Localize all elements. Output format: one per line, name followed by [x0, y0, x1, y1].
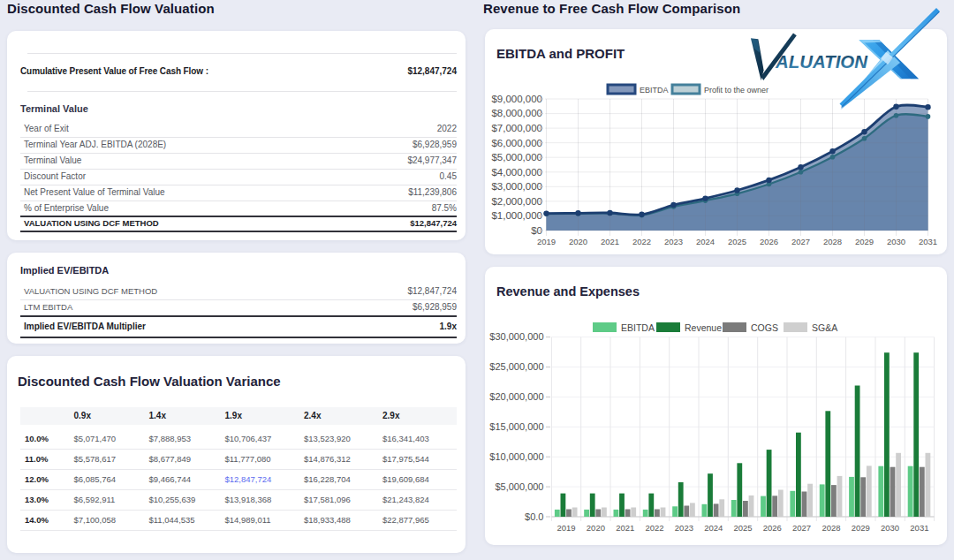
svg-text:$9,000,000: $9,000,000	[491, 94, 542, 104]
svg-text:2025: 2025	[728, 237, 746, 246]
svg-text:2023: 2023	[675, 523, 693, 533]
svg-text:EBITDA: EBITDA	[621, 322, 655, 333]
svg-text:$0.0: $0.0	[525, 511, 543, 522]
svg-text:2028: 2028	[823, 237, 842, 246]
svg-text:2021: 2021	[601, 237, 619, 246]
svg-text:2024: 2024	[696, 237, 715, 246]
svg-text:2029: 2029	[852, 523, 870, 533]
svg-text:$1,000,000: $1,000,000	[491, 210, 542, 221]
svg-text:2027: 2027	[792, 523, 811, 533]
svg-text:2020: 2020	[587, 523, 605, 533]
svg-text:2031: 2031	[919, 237, 937, 246]
svg-text:2019: 2019	[557, 523, 576, 533]
svg-text:2031: 2031	[910, 523, 928, 533]
svg-text:2030: 2030	[887, 237, 905, 246]
svg-text:$4,000,000: $4,000,000	[491, 167, 542, 178]
svg-text:$3,000,000: $3,000,000	[491, 181, 542, 192]
svg-text:2030: 2030	[881, 523, 899, 533]
svg-text:ALUATION: ALUATION	[775, 51, 868, 72]
svg-text:$10,000,000: $10,000,000	[489, 451, 543, 462]
svg-text:COGS: COGS	[751, 322, 778, 333]
svg-text:$2,000,000: $2,000,000	[491, 196, 542, 207]
svg-text:$5,000,000: $5,000,000	[491, 152, 542, 163]
svg-text:2023: 2023	[664, 237, 683, 246]
svg-text:2026: 2026	[760, 237, 778, 246]
svg-text:Revenue: Revenue	[685, 322, 722, 333]
svg-text:2022: 2022	[645, 523, 663, 533]
svg-text:2020: 2020	[569, 237, 587, 246]
svg-text:$30,000,000: $30,000,000	[489, 331, 543, 342]
svg-text:2027: 2027	[791, 237, 810, 246]
svg-text:SG&A: SG&A	[812, 322, 837, 333]
svg-text:$7,000,000: $7,000,000	[491, 123, 542, 133]
svg-text:2024: 2024	[704, 523, 723, 533]
svg-text:2029: 2029	[855, 237, 874, 246]
svg-text:EBITDA: EBITDA	[640, 86, 669, 95]
svg-text:2025: 2025	[733, 523, 752, 533]
svg-text:$8,000,000: $8,000,000	[491, 108, 542, 118]
svg-text:2019: 2019	[537, 237, 556, 246]
svg-text:2022: 2022	[632, 237, 651, 246]
svg-text:$20,000,000: $20,000,000	[489, 391, 543, 402]
svg-text:2026: 2026	[763, 523, 782, 533]
svg-text:2028: 2028	[822, 523, 840, 533]
svg-text:$25,000,000: $25,000,000	[489, 361, 543, 372]
svg-text:$15,000,000: $15,000,000	[489, 421, 543, 432]
svg-text:$5,000,000: $5,000,000	[495, 481, 543, 492]
svg-text:$6,000,000: $6,000,000	[491, 138, 542, 148]
svg-text:2021: 2021	[616, 523, 634, 533]
